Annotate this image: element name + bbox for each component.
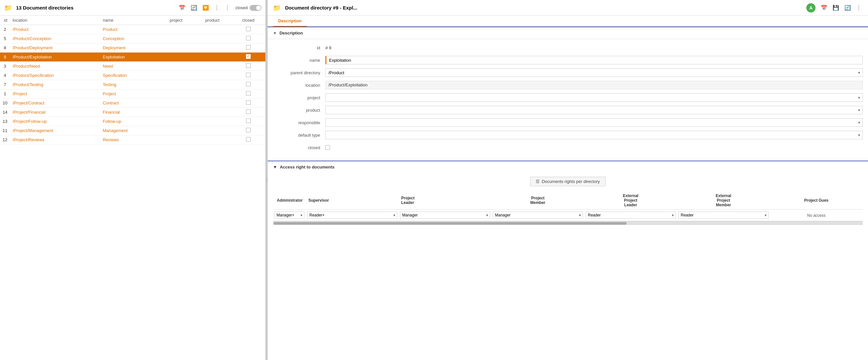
closed-checkbox[interactable] <box>246 91 251 95</box>
col-id: id <box>0 16 10 25</box>
table-row[interactable]: 12/Project/ReviewsReviews <box>0 135 266 144</box>
table-row[interactable]: 10/Project/ContractContract <box>0 99 266 108</box>
table-row[interactable]: 4/Product/SpecificationSpecification <box>0 71 266 80</box>
cell-id: 3 <box>0 62 10 71</box>
name-input[interactable] <box>326 56 863 64</box>
cell-product <box>193 80 231 89</box>
cell-project <box>158 126 193 135</box>
table-row[interactable]: 2/ProductProduct <box>0 25 266 34</box>
cell-name: Product <box>100 25 158 34</box>
table-row[interactable]: 9/Product/ExploitationExploitation <box>0 53 266 62</box>
cell-product <box>193 34 231 44</box>
calendar-icon-btn[interactable]: 📅 <box>178 4 187 11</box>
table-row[interactable]: 13/Project/Follow-upFollow-up <box>0 117 266 126</box>
tab-bar: Description <box>268 16 868 27</box>
default-type-select[interactable] <box>326 131 863 139</box>
cell-project <box>158 108 193 117</box>
closed-checkbox[interactable] <box>246 100 251 105</box>
cell-location: /Product/Exploitation <box>10 53 100 62</box>
administrator-select[interactable]: Manager+ <box>274 212 304 219</box>
cell-closed[interactable] <box>231 99 266 108</box>
cell-closed[interactable] <box>231 34 266 44</box>
filter-icon-btn[interactable]: 🔽 <box>201 4 210 11</box>
closed-checkbox[interactable] <box>326 145 330 150</box>
directories-table: id location name project product closed … <box>0 16 266 144</box>
form-area: ▼ Description id # 9 name parent directo… <box>268 27 868 360</box>
table-row[interactable]: 8/Product/DeploymentDeployment <box>0 44 266 53</box>
closed-toggle[interactable] <box>250 5 261 11</box>
closed-checkbox[interactable] <box>246 109 251 114</box>
external-project-member-select[interactable]: Reader <box>678 212 769 219</box>
cell-location: /Product/Testing <box>10 80 100 89</box>
location-row: location /Product/Exploitation <box>273 81 863 90</box>
closed-checkbox[interactable] <box>246 45 251 50</box>
scrollbar-thumb[interactable] <box>274 222 626 225</box>
parent-directory-select[interactable]: /Product <box>326 68 863 77</box>
cell-closed[interactable] <box>231 25 266 34</box>
external-project-leader-select[interactable]: Reader <box>586 212 676 219</box>
cell-closed[interactable] <box>231 44 266 53</box>
cell-location: /Product <box>10 25 100 34</box>
closed-checkbox[interactable] <box>246 82 251 86</box>
cell-product <box>193 99 231 108</box>
name-row: name <box>273 56 863 65</box>
right-save-icon-btn[interactable]: 💾 <box>831 4 840 11</box>
supervisor-select-wrap: Reader+ ▼ <box>307 212 397 219</box>
cell-product <box>193 44 231 53</box>
cell-closed[interactable] <box>231 117 266 126</box>
closed-checkbox[interactable] <box>246 36 251 40</box>
cell-closed[interactable] <box>231 80 266 89</box>
access-section-header[interactable]: ▼ Access right to documents <box>268 161 868 173</box>
cell-closed[interactable] <box>231 71 266 80</box>
table-row[interactable]: 14/Project/FinancialFinancial <box>0 108 266 117</box>
external-project-member-select-wrap: Reader ▼ <box>678 212 769 219</box>
cell-closed[interactable] <box>231 62 266 71</box>
closed-checkbox-checked[interactable] <box>246 54 251 59</box>
product-select[interactable] <box>326 106 863 114</box>
cell-id: 5 <box>0 34 10 44</box>
columns-icon-btn[interactable]: ⋮ <box>213 4 221 11</box>
table-row[interactable]: 11/Project/ManagementManagement <box>0 126 266 135</box>
cell-supervisor: Reader+ ▼ <box>306 210 399 221</box>
right-refresh-icon-btn[interactable]: 🔄 <box>843 4 852 11</box>
closed-checkbox[interactable] <box>246 63 251 68</box>
cell-name: Reviews <box>100 135 158 144</box>
right-panel: 📁 Document directory #9 - Expl... A 📅 💾 … <box>268 0 868 360</box>
more-icon-btn[interactable]: ⋮ <box>223 4 231 11</box>
cell-closed[interactable] <box>231 126 266 135</box>
table-row[interactable]: 1/ProjectProject <box>0 89 266 99</box>
cell-name: Contract <box>100 99 158 108</box>
closed-checkbox[interactable] <box>246 27 251 31</box>
refresh-icon-btn[interactable]: 🔄 <box>189 4 198 11</box>
cell-id: 2 <box>0 25 10 34</box>
docs-rights-icon: ☰ <box>536 179 539 184</box>
cell-project <box>158 34 193 44</box>
col-project: project <box>158 16 193 25</box>
table-row[interactable]: 3/Product/NeedNeed <box>0 62 266 71</box>
right-calendar-icon-btn[interactable]: 📅 <box>819 4 829 11</box>
table-row[interactable]: 7/Product/TestingTesting <box>0 80 266 89</box>
project-leader-select[interactable]: Manager <box>400 212 490 219</box>
cell-product <box>193 135 231 144</box>
cell-closed[interactable] <box>231 135 266 144</box>
closed-checkbox[interactable] <box>246 73 251 77</box>
responsible-select[interactable] <box>326 118 863 127</box>
table-row[interactable]: 5/Product/ConceptionConception <box>0 34 266 44</box>
tab-description[interactable]: Description <box>273 16 307 27</box>
project-select[interactable] <box>326 93 863 102</box>
cell-closed[interactable] <box>231 89 266 99</box>
right-header: 📁 Document directory #9 - Expl... A 📅 💾 … <box>268 0 868 16</box>
closed-checkbox[interactable] <box>246 118 251 123</box>
docs-rights-button[interactable]: ☰ Documents rights per directory <box>530 177 605 186</box>
right-more-icon-btn[interactable]: ⋮ <box>855 4 863 11</box>
closed-checkbox[interactable] <box>246 137 251 142</box>
cell-closed[interactable] <box>231 108 266 117</box>
closed-checkbox[interactable] <box>246 128 251 132</box>
cell-closed[interactable] <box>231 53 266 62</box>
col-project-leader: ProjectLeader <box>399 192 491 210</box>
project-member-select[interactable]: Manager <box>493 212 583 219</box>
description-section-header[interactable]: ▼ Description <box>268 27 868 39</box>
supervisor-select[interactable]: Reader+ <box>307 212 397 219</box>
horizontal-scrollbar[interactable] <box>273 221 863 225</box>
folder-icon-right: 📁 <box>273 4 281 12</box>
